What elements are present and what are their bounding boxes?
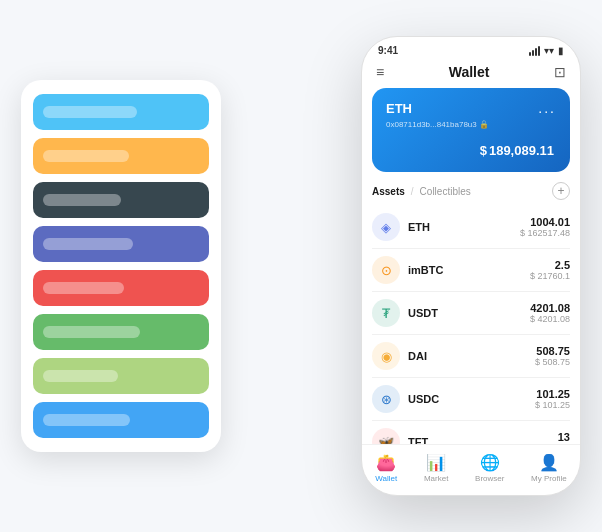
card-item[interactable] xyxy=(33,270,209,306)
nav-wallet-icon: 👛 xyxy=(376,453,396,472)
token-item[interactable]: ◈ETH1004.01$ 162517.48 xyxy=(372,206,570,249)
nav-item-wallet[interactable]: 👛Wallet xyxy=(375,453,397,483)
card-item[interactable] xyxy=(33,182,209,218)
token-name: USDC xyxy=(408,393,535,405)
battery-icon: ▮ xyxy=(558,45,564,56)
token-amount-usd: $ 21760.1 xyxy=(530,271,570,281)
currency-symbol: $ xyxy=(480,143,487,158)
assets-header: Assets / Collectibles + xyxy=(372,182,570,200)
eth-card-address: 0x08711d3b...841ba78u3 🔒 xyxy=(386,120,556,129)
status-bar: 9:41 ▾▾ ▮ xyxy=(362,37,580,60)
add-asset-button[interactable]: + xyxy=(552,182,570,200)
token-amount-main: 13 xyxy=(558,431,570,443)
nav-item-browser[interactable]: 🌐Browser xyxy=(475,453,504,483)
scene: 9:41 ▾▾ ▮ ≡ Wallet ⊡ ETH xyxy=(21,21,581,511)
tab-divider: / xyxy=(411,186,414,197)
eth-card-menu[interactable]: ... xyxy=(538,100,556,116)
eth-card-name: ETH xyxy=(386,101,412,116)
token-amount-main: 1004.01 xyxy=(520,216,570,228)
status-time: 9:41 xyxy=(378,45,398,56)
eth-card-top: ETH ... xyxy=(386,100,556,116)
menu-icon[interactable]: ≡ xyxy=(376,64,384,80)
wifi-icon: ▾▾ xyxy=(544,45,554,56)
token-icon: 🦋 xyxy=(372,428,400,444)
phone-header: ≡ Wallet ⊡ xyxy=(362,60,580,88)
token-icon: ◉ xyxy=(372,342,400,370)
token-item[interactable]: ⊙imBTC2.5$ 21760.1 xyxy=(372,249,570,292)
token-amount-main: 4201.08 xyxy=(530,302,570,314)
token-icon: ◈ xyxy=(372,213,400,241)
token-name: TFT xyxy=(408,436,558,444)
tab-assets[interactable]: Assets xyxy=(372,186,405,197)
eth-card-balance: $189,089.11 xyxy=(386,137,556,160)
token-item[interactable]: ₮USDT4201.08$ 4201.08 xyxy=(372,292,570,335)
token-amounts: 508.75$ 508.75 xyxy=(535,345,570,367)
nav-wallet-label: Wallet xyxy=(375,474,397,483)
card-item[interactable] xyxy=(33,226,209,262)
token-name: USDT xyxy=(408,307,530,319)
token-item[interactable]: 🦋TFT130 xyxy=(372,421,570,444)
token-amount-usd: $ 162517.48 xyxy=(520,228,570,238)
token-icon: ₮ xyxy=(372,299,400,327)
phone-frame: 9:41 ▾▾ ▮ ≡ Wallet ⊡ ETH xyxy=(361,36,581,496)
token-amount-usd: $ 101.25 xyxy=(535,400,570,410)
signal-icon xyxy=(529,46,540,56)
token-name: DAI xyxy=(408,350,535,362)
card-list xyxy=(21,80,221,452)
token-amounts: 130 xyxy=(558,431,570,444)
nav-market-label: Market xyxy=(424,474,448,483)
token-list: ◈ETH1004.01$ 162517.48⊙imBTC2.5$ 21760.1… xyxy=(372,206,570,444)
eth-card[interactable]: ETH ... 0x08711d3b...841ba78u3 🔒 $189,08… xyxy=(372,88,570,172)
assets-tabs: Assets / Collectibles xyxy=(372,186,471,197)
token-icon: ⊙ xyxy=(372,256,400,284)
token-amount-main: 508.75 xyxy=(535,345,570,357)
token-amounts: 4201.08$ 4201.08 xyxy=(530,302,570,324)
card-item[interactable] xyxy=(33,138,209,174)
token-icon: ⊛ xyxy=(372,385,400,413)
phone-body: ETH ... 0x08711d3b...841ba78u3 🔒 $189,08… xyxy=(362,88,580,444)
nav-my-profile-icon: 👤 xyxy=(539,453,559,472)
token-amount-main: 2.5 xyxy=(530,259,570,271)
scan-icon[interactable]: ⊡ xyxy=(554,64,566,80)
page-title: Wallet xyxy=(384,64,554,80)
token-amounts: 2.5$ 21760.1 xyxy=(530,259,570,281)
tab-collectibles[interactable]: Collectibles xyxy=(420,186,471,197)
nav-my-profile-label: My Profile xyxy=(531,474,567,483)
nav-browser-label: Browser xyxy=(475,474,504,483)
bottom-nav: 👛Wallet📊Market🌐Browser👤My Profile xyxy=(362,444,580,495)
status-icons: ▾▾ ▮ xyxy=(529,45,564,56)
token-item[interactable]: ◉DAI508.75$ 508.75 xyxy=(372,335,570,378)
token-name: ETH xyxy=(408,221,520,233)
nav-browser-icon: 🌐 xyxy=(480,453,500,472)
token-amount-main: 101.25 xyxy=(535,388,570,400)
nav-item-market[interactable]: 📊Market xyxy=(424,453,448,483)
card-item[interactable] xyxy=(33,314,209,350)
token-amounts: 1004.01$ 162517.48 xyxy=(520,216,570,238)
token-amounts: 101.25$ 101.25 xyxy=(535,388,570,410)
token-amount-usd: $ 4201.08 xyxy=(530,314,570,324)
token-name: imBTC xyxy=(408,264,530,276)
nav-market-icon: 📊 xyxy=(426,453,446,472)
nav-item-my-profile[interactable]: 👤My Profile xyxy=(531,453,567,483)
token-amount-usd: $ 508.75 xyxy=(535,357,570,367)
card-item[interactable] xyxy=(33,402,209,438)
card-item[interactable] xyxy=(33,358,209,394)
card-item[interactable] xyxy=(33,94,209,130)
balance-amount: 189,089.11 xyxy=(489,143,554,158)
token-item[interactable]: ⊛USDC101.25$ 101.25 xyxy=(372,378,570,421)
